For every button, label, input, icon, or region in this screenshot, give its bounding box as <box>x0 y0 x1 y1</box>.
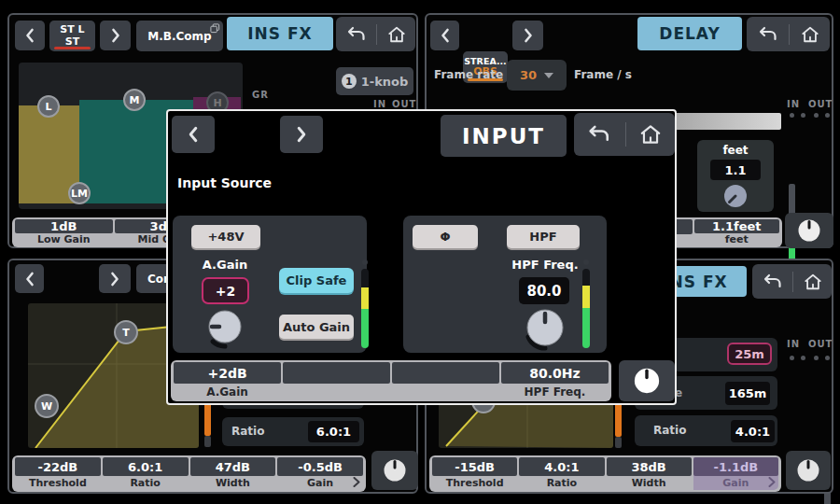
frame-rate-dropdown[interactable]: 30 <box>507 60 567 91</box>
footer-cell-3[interactable] <box>392 362 499 399</box>
frame-rate-unit: Frame / s <box>574 68 632 81</box>
home-icon[interactable] <box>638 123 663 146</box>
footer-cell-ratio[interactable]: 6.0:1Ratio <box>103 457 189 490</box>
plugin-select-button[interactable]: M.B.Comp <box>136 21 223 51</box>
footer-value: 1.1feet <box>694 219 780 233</box>
clip-led <box>814 113 819 118</box>
modal-fader-knob-button[interactable] <box>619 360 675 401</box>
fader-knob-button[interactable] <box>371 451 418 490</box>
home-icon[interactable] <box>386 25 407 44</box>
footer-cell-ratio[interactable]: 4.0:1Ratio <box>519 457 604 490</box>
footer-cell-delay[interactable]: 1.1feetfeet <box>694 219 780 245</box>
one-knob-button[interactable]: 1 1-knob <box>336 67 413 95</box>
knob-icon <box>382 457 408 483</box>
chevron-left-icon <box>24 272 35 287</box>
home-icon[interactable] <box>800 25 820 44</box>
chevron-left-icon <box>187 126 200 143</box>
nav-group <box>752 264 832 299</box>
threshold-knob[interactable]: T <box>114 320 138 344</box>
channel-name-2: ST <box>65 36 79 48</box>
ratio-value[interactable]: 6.0:1 <box>308 421 359 442</box>
modal-param-footer: +2dBA.Gain 80.0HzHPF Freq. <box>171 360 611 401</box>
delay-knob[interactable] <box>721 183 749 211</box>
undo-icon[interactable] <box>345 25 368 44</box>
clip-led <box>801 113 805 118</box>
one-knob-badge: 1 <box>342 74 357 89</box>
gain-next-chevron-icon[interactable] <box>353 477 360 487</box>
prev-channel-button[interactable] <box>15 21 45 50</box>
crossover-lm-knob[interactable]: LM <box>68 182 91 204</box>
delay-unit-label: feet <box>697 144 774 157</box>
gr-meter-tip <box>615 437 622 448</box>
plugin-name: M.B.Comp <box>147 30 211 43</box>
hpf-freq-value-box[interactable]: 80.0 <box>519 277 569 304</box>
ratio-value[interactable]: 4.0:1 <box>731 420 775 442</box>
footer-value: 80.0Hz <box>501 362 609 384</box>
in-label: IN <box>373 99 386 109</box>
in-label: IN <box>787 339 800 349</box>
hpf-meter <box>582 269 590 348</box>
fader-knob-button[interactable] <box>785 213 833 248</box>
next-channel-button[interactable] <box>512 21 543 50</box>
phase-button[interactable]: Φ <box>413 225 478 248</box>
modal-next-channel-button[interactable] <box>280 116 323 153</box>
modal-prev-channel-button[interactable] <box>172 116 215 153</box>
hpf-button[interactable]: HPF <box>507 225 580 248</box>
again-label: A.Gain <box>198 258 252 272</box>
band-low-knob[interactable]: L <box>37 95 60 118</box>
next-channel-button[interactable] <box>99 264 131 293</box>
auto-gain-button[interactable]: Auto Gain <box>279 315 354 339</box>
home-icon[interactable] <box>803 273 823 291</box>
hpf-freq-value: 80.0 <box>526 283 561 300</box>
footer-cell-threshold[interactable]: -15dBThreshold <box>432 457 517 490</box>
footer-cell-gain-selected[interactable]: -1.1dB Gain <box>693 457 778 490</box>
next-channel-button[interactable] <box>100 21 131 50</box>
footer-cell-again[interactable]: +2dBA.Gain <box>174 362 281 399</box>
band-mid-knob[interactable]: M <box>123 89 146 111</box>
footer-cell-width[interactable]: 47dBWidth <box>190 457 276 490</box>
fader-knob-button[interactable] <box>786 451 831 490</box>
out-label: OUT <box>392 99 416 109</box>
footer-cell-low-gain[interactable]: 1dBLow Gain <box>15 219 113 245</box>
footer-label: Gain <box>277 476 363 490</box>
modal-title: INPUT <box>441 115 567 157</box>
footer-cell-threshold[interactable]: -22dBThreshold <box>15 457 101 490</box>
footer-cell-gain[interactable]: -0.5dBGain <box>277 457 363 490</box>
width-knob[interactable]: W <box>35 394 59 418</box>
delay-value[interactable]: 1.1 <box>710 160 761 180</box>
hpf-meter-led <box>583 259 589 265</box>
width-knob-letter: W <box>41 400 52 413</box>
page-title-ins-fx[interactable]: INS FX <box>227 17 333 50</box>
gr-meter-tip <box>204 436 211 447</box>
release-value[interactable]: 165m <box>725 382 770 405</box>
mixer-screen: { "panel_top_left": { "channel_btn": {"l… <box>0 0 840 504</box>
again-value-box[interactable]: +2 <box>202 277 249 304</box>
channel-select-button[interactable]: ST L ST <box>49 21 95 51</box>
again-meter-led <box>362 259 368 265</box>
nav-group <box>336 17 415 51</box>
prev-channel-button[interactable] <box>15 264 44 293</box>
undo-icon[interactable] <box>762 273 784 291</box>
footer-value: -22dB <box>15 457 101 476</box>
delay-value-box: feet 1.1 <box>697 140 774 212</box>
undo-icon[interactable] <box>757 25 779 44</box>
clip-safe-button[interactable]: Clip Safe <box>279 268 354 293</box>
hpf-freq-knob[interactable] <box>521 304 569 353</box>
phantom-48v-button[interactable]: +48V <box>191 225 260 248</box>
footer-label: Ratio <box>519 476 604 490</box>
attack-value[interactable]: 25m <box>727 343 772 365</box>
footer-value: +2dB <box>174 362 281 384</box>
footer-cell-hpf-freq[interactable]: 80.0HzHPF Freq. <box>501 362 609 399</box>
gain-next-chevron-icon[interactable] <box>768 477 776 487</box>
footer-cell-2[interactable] <box>283 362 390 399</box>
undo-icon[interactable] <box>586 123 612 146</box>
knob-icon <box>796 217 822 244</box>
again-knob[interactable] <box>203 307 246 350</box>
ratio-row[interactable]: Ratio 4.0:1 <box>635 415 777 446</box>
band-low-letter: L <box>45 101 51 113</box>
page-title-delay[interactable]: DELAY <box>637 17 742 50</box>
divider <box>789 24 790 45</box>
prev-channel-button[interactable] <box>430 21 459 50</box>
ratio-row[interactable]: Ratio 6.0:1 <box>222 417 364 446</box>
footer-cell-width[interactable]: 38dBWidth <box>607 457 692 490</box>
